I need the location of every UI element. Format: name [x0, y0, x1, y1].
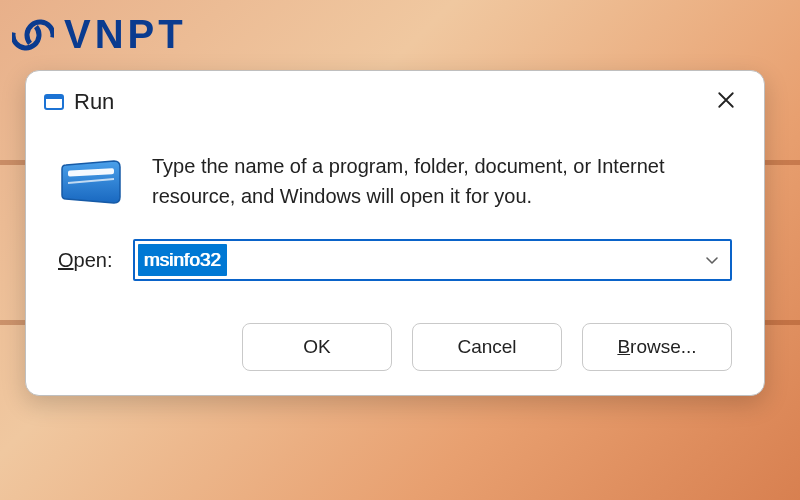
run-dialog: Run Type the name of a program, fo — [25, 70, 765, 396]
close-icon — [717, 89, 735, 115]
button-row: OK Cancel Browse... — [26, 309, 764, 395]
open-row: Open: msinfo32 — [26, 221, 764, 309]
titlebar: Run — [26, 71, 764, 127]
vnpt-logo: VNPT — [12, 12, 187, 57]
run-large-icon — [58, 157, 126, 211]
dialog-title: Run — [74, 89, 114, 115]
vnpt-logo-icon — [12, 14, 54, 56]
ok-button[interactable]: OK — [242, 323, 392, 371]
svg-rect-3 — [45, 95, 63, 99]
run-icon — [44, 93, 64, 111]
dialog-description: Type the name of a program, folder, docu… — [152, 151, 732, 211]
dialog-body: Type the name of a program, folder, docu… — [26, 127, 764, 221]
close-button[interactable] — [706, 84, 746, 120]
cancel-button[interactable]: Cancel — [412, 323, 562, 371]
vnpt-logo-text: VNPT — [64, 12, 187, 57]
open-combobox[interactable]: msinfo32 — [133, 239, 733, 281]
open-label: Open: — [58, 249, 113, 272]
browse-button[interactable]: Browse... — [582, 323, 732, 371]
open-input[interactable] — [135, 241, 731, 279]
